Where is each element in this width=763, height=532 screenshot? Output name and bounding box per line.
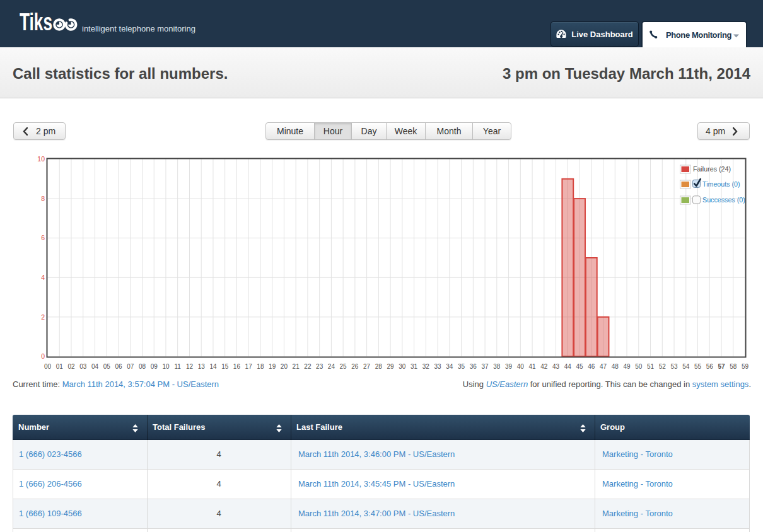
svg-text:21: 21 xyxy=(293,363,300,370)
svg-text:55: 55 xyxy=(694,363,702,370)
svg-text:10: 10 xyxy=(162,363,170,370)
svg-text:54: 54 xyxy=(682,363,690,370)
svg-text:43: 43 xyxy=(552,363,560,370)
svg-text:00: 00 xyxy=(44,363,52,370)
svg-text:14: 14 xyxy=(209,363,217,370)
svg-text:35: 35 xyxy=(458,363,465,370)
svg-text:4: 4 xyxy=(41,274,45,281)
svg-text:24: 24 xyxy=(328,363,335,370)
svg-text:Successes (0): Successes (0) xyxy=(702,196,745,204)
svg-text:49: 49 xyxy=(623,363,631,370)
svg-text:07: 07 xyxy=(127,363,134,370)
svg-text:32: 32 xyxy=(422,363,430,370)
svg-text:30: 30 xyxy=(399,363,406,370)
svg-text:03: 03 xyxy=(79,363,87,370)
svg-text:8: 8 xyxy=(41,195,45,202)
svg-text:45: 45 xyxy=(576,363,583,370)
svg-text:52: 52 xyxy=(659,363,667,370)
svg-text:48: 48 xyxy=(612,363,619,370)
svg-text:Timeouts (0): Timeouts (0) xyxy=(702,180,740,188)
svg-text:25: 25 xyxy=(340,363,347,370)
svg-text:28: 28 xyxy=(375,363,383,370)
svg-text:Tiks: Tiks xyxy=(20,10,52,35)
svg-text:47: 47 xyxy=(600,363,607,370)
svg-text:27: 27 xyxy=(363,363,371,370)
svg-text:56: 56 xyxy=(706,363,714,370)
svg-text:58: 58 xyxy=(730,363,737,370)
svg-text:Failures (24): Failures (24) xyxy=(693,165,731,173)
svg-text:29: 29 xyxy=(387,363,395,370)
svg-text:40: 40 xyxy=(517,363,525,370)
svg-text:44: 44 xyxy=(564,363,572,370)
svg-text:51: 51 xyxy=(647,363,655,370)
svg-text:26: 26 xyxy=(351,363,359,370)
svg-text:42: 42 xyxy=(540,363,548,370)
svg-text:2: 2 xyxy=(41,313,45,321)
svg-text:50: 50 xyxy=(635,363,643,370)
svg-text:15: 15 xyxy=(221,363,229,370)
svg-text:09: 09 xyxy=(151,363,158,370)
svg-text:01: 01 xyxy=(56,363,64,370)
svg-text:18: 18 xyxy=(257,363,264,370)
svg-text:20: 20 xyxy=(281,363,288,370)
svg-text:0: 0 xyxy=(41,352,45,360)
svg-text:08: 08 xyxy=(139,363,146,370)
svg-text:37: 37 xyxy=(482,363,489,370)
svg-text:57: 57 xyxy=(718,363,725,370)
svg-text:12: 12 xyxy=(186,363,194,370)
svg-text:53: 53 xyxy=(670,363,678,370)
svg-text:22: 22 xyxy=(304,363,312,370)
svg-text:6: 6 xyxy=(41,234,45,241)
svg-text:33: 33 xyxy=(434,363,442,370)
svg-text:04: 04 xyxy=(91,363,99,370)
svg-text:13: 13 xyxy=(198,363,206,370)
svg-text:34: 34 xyxy=(446,363,453,370)
svg-text:17: 17 xyxy=(245,363,253,370)
svg-text:19: 19 xyxy=(269,363,276,370)
svg-text:23: 23 xyxy=(316,363,323,370)
svg-text:06: 06 xyxy=(115,363,122,370)
svg-text:59: 59 xyxy=(742,363,749,370)
svg-text:16: 16 xyxy=(233,363,241,370)
svg-text:41: 41 xyxy=(529,363,537,370)
svg-text:11: 11 xyxy=(175,363,182,370)
svg-text:05: 05 xyxy=(103,363,111,370)
svg-text:38: 38 xyxy=(493,363,501,370)
svg-text:31: 31 xyxy=(411,363,418,370)
svg-text:02: 02 xyxy=(67,363,75,370)
svg-text:46: 46 xyxy=(588,363,595,370)
svg-text:36: 36 xyxy=(470,363,477,370)
svg-text:39: 39 xyxy=(505,363,513,370)
svg-text:10: 10 xyxy=(37,155,45,163)
